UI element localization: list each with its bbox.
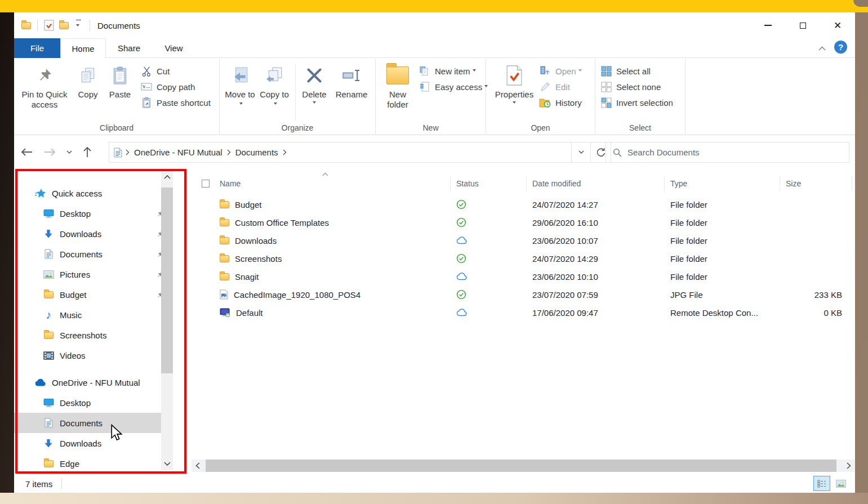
rename-icon [342,61,361,90]
sort-ascending-icon[interactable] [322,168,328,178]
sidebar-item-onedrive-documents[interactable]: Documents [14,413,172,433]
folder-icon [220,201,229,208]
breadcrumb-chevron-icon [126,149,130,155]
column-header-row: Name Status Date modified Type Size [192,174,855,193]
thumbnail-view-button[interactable] [833,476,849,491]
rename-button[interactable]: Rename [331,61,372,100]
history-button[interactable]: History [539,95,582,110]
scroll-up-button[interactable] [161,171,173,183]
search-input[interactable] [627,148,819,157]
file-row-snagit[interactable]: Snagit 23/06/2020 10:10 File folder [192,267,855,286]
ribbon-group-select: Select all Select none Invert selection … [595,59,686,135]
search-icon [613,148,622,157]
file-row-downloads[interactable]: Downloads 23/06/2020 10:07 File folder [192,231,855,249]
scroll-down-button[interactable] [161,458,173,470]
close-icon: ✕ [834,21,842,30]
copy-to-icon [266,61,283,90]
copy-icon [80,61,96,90]
folder-icon [42,291,55,298]
new-folder-button[interactable]: New folder [380,61,415,110]
minimize-button[interactable] [750,12,785,38]
pushpin-icon [36,61,53,90]
scroll-left-button[interactable] [192,460,204,472]
scroll-right-button[interactable] [843,460,855,472]
scissors-icon [140,66,153,77]
qat-properties-button[interactable] [42,18,56,33]
copy-to-button[interactable]: Copy to [258,61,291,110]
scrollbar-thumb[interactable] [161,188,173,373]
app-folder-icon [19,18,33,33]
copy-path-button[interactable]: Copy path [140,79,211,95]
file-row-budget[interactable]: Budget 24/07/2020 14:27 File folder [192,195,855,213]
help-button[interactable]: ? [834,41,847,53]
folder-icon [220,273,229,280]
paste-shortcut-button[interactable]: Paste shortcut [140,95,211,110]
ribbon-group-new: New folder New item Easy access New [376,59,486,135]
new-item-button[interactable]: New item [419,63,488,79]
column-header-status[interactable]: Status [451,176,527,191]
sidebar-scrollbar[interactable] [161,171,173,470]
properties-button[interactable]: Properties [492,61,537,105]
folder-icon [220,237,229,244]
close-button[interactable]: ✕ [820,12,855,38]
dropdown-caret [313,101,316,105]
invert-selection-button[interactable]: Invert selection [600,95,673,110]
scrollbar-thumb[interactable] [206,460,836,472]
pin-to-quick-access-button[interactable]: Pin to Quick access [17,61,72,110]
tab-view[interactable]: View [152,38,195,58]
minimize-icon [764,25,772,25]
file-row-custom-office-templates[interactable]: Custom Office Templates 29/06/2020 16:10… [192,213,855,231]
forward-button[interactable] [39,142,61,162]
paste-shortcut-icon [140,97,153,109]
file-row-screenshots[interactable]: Screenshots 24/07/2020 14:29 File folder [192,249,855,267]
maximize-button[interactable] [785,12,820,38]
chevron-down-icon [66,150,72,154]
paste-button[interactable]: Paste [104,61,136,100]
file-row-default[interactable]: Default 17/06/2020 09:47 Remote Desktop … [192,304,855,322]
address-bar[interactable]: OneDrive - NFU Mutual Documents [109,142,572,163]
folder-icon [42,460,55,467]
search-bar[interactable] [606,142,849,163]
breadcrumb-documents[interactable]: Documents [234,148,279,157]
copy-path-icon [140,82,153,91]
recent-locations-dropdown[interactable] [61,142,77,162]
title-bar: Documents ✕ [14,12,855,38]
properties-icon [506,61,523,90]
back-button[interactable] [14,142,39,162]
chevron-down-icon [578,150,584,154]
up-arrow-icon [83,146,92,158]
horizontal-scrollbar[interactable] [192,460,855,472]
column-header-type[interactable]: Type [665,176,780,191]
select-all-button[interactable]: Select all [600,63,673,79]
folder-icon [220,255,229,262]
address-dropdown-button[interactable] [572,142,591,163]
column-header-date-modified[interactable]: Date modified [527,176,665,191]
open-button[interactable]: Open [539,63,582,79]
chevron-left-icon [195,462,200,469]
file-row-cachedimage[interactable]: CachedImage_1920_1080_POS4 23/07/2020 07… [192,286,855,304]
select-none-button[interactable]: Select none [600,79,673,95]
ribbon-group-clipboard: Pin to Quick access Copy Paste [14,59,220,135]
select-all-checkbox[interactable] [202,180,210,188]
divider [61,479,62,489]
tab-file[interactable]: File [14,38,60,58]
details-view-button[interactable] [813,476,830,491]
tab-home[interactable]: Home [60,38,106,59]
folder-icon [42,332,55,339]
up-button[interactable] [77,142,97,162]
collapse-ribbon-button[interactable] [818,43,826,52]
qat-new-folder-button[interactable] [56,18,71,33]
column-header-name[interactable]: Name [214,176,451,191]
column-header-size[interactable]: Size [780,176,852,191]
sync-complete-icon [456,217,466,228]
delete-button[interactable]: Delete [299,61,330,105]
breadcrumb-onedrive[interactable]: OneDrive - NFU Mutual [133,148,224,157]
easy-access-button[interactable]: Easy access [419,79,488,95]
qat-customize-dropdown[interactable] [71,18,86,33]
copy-button[interactable]: Copy [73,61,103,100]
breadcrumb-chevron-icon [283,149,287,155]
cut-button[interactable]: Cut [140,63,211,79]
move-to-button[interactable]: Move to [224,61,256,110]
edit-button[interactable]: Edit [539,79,582,95]
tab-share[interactable]: Share [106,38,152,58]
